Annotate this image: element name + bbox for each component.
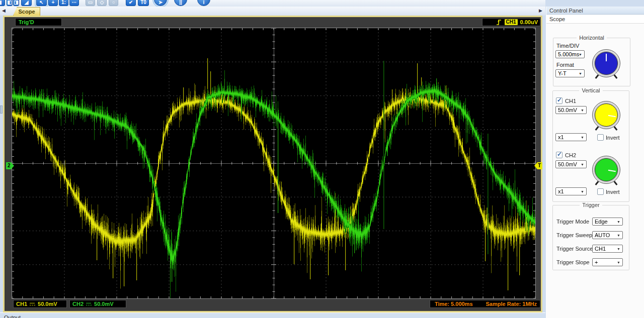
- ch1-status-box: CH1 50.0mV: [13, 300, 67, 308]
- toolbar-icon-t-zero[interactable]: T0: [138, 0, 149, 6]
- oscilloscope-app: { "toolbar": { "icons": [ {"name":"windo…: [0, 0, 644, 318]
- trigger-row-label-1: Trigger Sweep: [556, 232, 592, 238]
- output-panel: Output: [0, 312, 545, 318]
- toolbar-icon-measure[interactable]: 1:: [59, 0, 68, 6]
- output-panel-title: Output: [4, 314, 21, 318]
- trigger-row-select-1[interactable]: AUTO▼: [592, 231, 623, 239]
- waveform-canvas: [12, 28, 535, 298]
- time-div-select[interactable]: 5.000ms▼: [555, 50, 585, 58]
- time-div-label: Time/DIV: [556, 43, 579, 49]
- toolbar-icon-layout-right[interactable]: ◨: [13, 0, 19, 6]
- toolbar-icon-cursor[interactable]: ↖: [36, 0, 47, 6]
- tab-scroll-left-icon[interactable]: ◀: [2, 8, 6, 13]
- toolbar-icon-info[interactable]: i: [197, 0, 210, 6]
- trigger-row-select-2[interactable]: CH1▼: [592, 245, 623, 253]
- toolbar-icon-snapshot: ▭: [86, 0, 95, 6]
- tab-scope[interactable]: Scope: [13, 7, 40, 16]
- ch1-position-knob[interactable]: [592, 101, 620, 129]
- horizontal-group-title: Horizontal: [577, 35, 607, 41]
- toolbar-icon-zoom-wave[interactable]: ◢: [21, 0, 32, 6]
- ch1-invert-label: Invert: [606, 135, 620, 141]
- ch2-scale-select[interactable]: 50.0mV▼: [555, 160, 587, 168]
- ch2-scale-value: 50.0mV: [94, 301, 114, 307]
- toolbar-icon-refresh: ○: [109, 0, 118, 6]
- ch2-invert-checkbox[interactable]: [597, 188, 604, 195]
- scope-frame: Trig'D CH1 0.00uV CH1 50.0mV CH2: [5, 17, 541, 311]
- control-panel: Control Panel Scope Horizontal Time/DIV …: [546, 7, 644, 318]
- ch1-invert-checkbox[interactable]: [597, 134, 604, 141]
- ch2-checkbox-label: CH2: [565, 152, 576, 158]
- ch2-dc-coupling-icon: [86, 302, 92, 306]
- scope-window: Trig'D CH1 0.00uV CH1 50.0mV CH2: [3, 16, 542, 312]
- toolbar-icon-more-dots[interactable]: ⋯: [69, 0, 79, 6]
- format-label: Format: [556, 62, 574, 68]
- timebase-status-box: Time: 5.000ms Sample Rate: 1MHz: [430, 300, 540, 308]
- trigger-readout-box: CH1 0.00uV: [482, 18, 540, 26]
- sample-rate-readout: Sample Rate: 1MHz: [486, 301, 537, 307]
- ch2-status-box: CH2 50.0mV: [69, 300, 126, 308]
- ch2-probe-select[interactable]: x1▼: [555, 187, 587, 195]
- trigger-row-select-3[interactable]: +▼: [592, 258, 623, 266]
- toolbar: ▦◧◨◢↖+1:⋯▭◇○✔T0➤||i: [0, 0, 545, 7]
- vertical-group-title: Vertical: [579, 87, 602, 93]
- ch2-label: CH2: [72, 301, 84, 307]
- toolbar-icon-confirm[interactable]: ✔: [126, 0, 136, 6]
- ch1-scale-select[interactable]: 50.0mV▼: [555, 106, 587, 114]
- horizontal-position-knob[interactable]: [592, 49, 620, 77]
- control-panel-title: Control Panel: [546, 7, 644, 15]
- vertical-group: Vertical ✓ CH1 50.0mV▼ x1▼ Invert ✓ CH2 …: [552, 90, 629, 202]
- horizontal-group: Horizontal Time/DIV 5.000ms▼ Format Y-T▼: [553, 38, 630, 86]
- trigger-status-text: Trig'D: [19, 19, 34, 25]
- trigger-group: Trigger Trigger ModeEdge▼Trigger SweepAU…: [552, 205, 629, 270]
- ch1-scale-value: 50.0mV: [38, 301, 57, 307]
- trigger-source-chip: CH1: [505, 19, 518, 25]
- control-panel-subtitle: Scope: [546, 15, 644, 24]
- trigger-row-label-0: Trigger Mode: [556, 219, 589, 225]
- tab-bar: ◀ Scope ▶: [0, 7, 545, 16]
- trigger-row-label-3: Trigger Slope: [556, 259, 590, 265]
- toolbar-icon-window-partial[interactable]: ▦: [0, 0, 5, 6]
- toolbar-icon-start[interactable]: ➤: [154, 0, 167, 6]
- ch2-invert-label: Invert: [606, 189, 620, 195]
- format-select[interactable]: Y-T▼: [555, 69, 585, 77]
- toolbar-icon-pause[interactable]: ||: [174, 0, 187, 6]
- left-edge-handle[interactable]: [0, 105, 3, 114]
- ch1-probe-select[interactable]: x1▼: [555, 133, 587, 141]
- time-readout: Time: 5.000ms: [435, 301, 473, 307]
- trigger-row-label-2: Trigger Source: [556, 246, 593, 252]
- ch1-dc-coupling-icon: [29, 302, 36, 306]
- trigger-row-select-0[interactable]: Edge▼: [592, 218, 623, 226]
- ch1-label: CH1: [16, 301, 27, 307]
- rising-edge-icon: [496, 19, 502, 26]
- ch2-position-knob[interactable]: [592, 156, 620, 184]
- waveform-display: [12, 28, 536, 299]
- tab-scroll-right-icon[interactable]: ▶: [539, 8, 542, 13]
- toolbar-icon-layout-left[interactable]: ◧: [7, 0, 13, 6]
- ch2-enable-checkbox[interactable]: ✓: [556, 152, 562, 158]
- ch1-checkbox-label: CH1: [565, 98, 576, 104]
- toolbar-icon-copy: ◇: [97, 0, 107, 6]
- trigger-status-box: Trig'D: [15, 18, 62, 26]
- ch1-enable-checkbox[interactable]: ✓: [556, 97, 562, 104]
- toolbar-icon-crosshair[interactable]: +: [48, 0, 58, 6]
- trigger-group-title: Trigger: [580, 202, 602, 208]
- trigger-level-value: 0.00uV: [520, 19, 538, 25]
